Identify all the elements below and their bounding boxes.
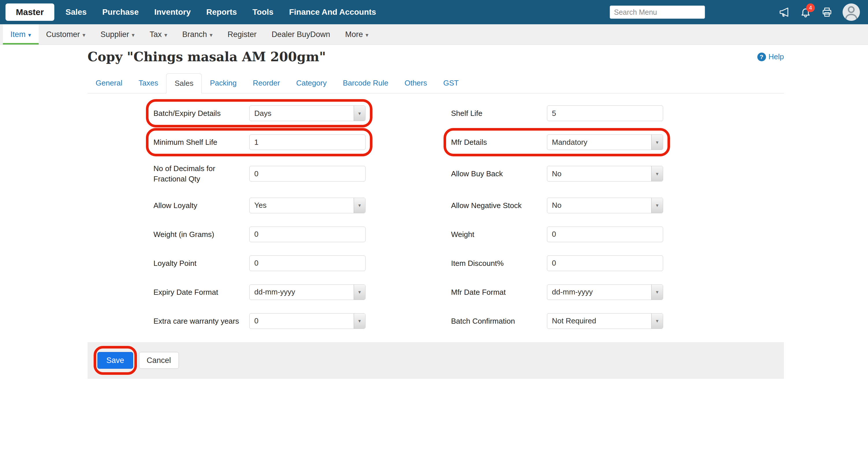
topnav-item-sales[interactable]: Sales bbox=[58, 0, 94, 24]
loyalty-point-input[interactable] bbox=[249, 255, 366, 271]
top-navigation-bar: Master SalesPurchaseInventoryReportsTool… bbox=[0, 0, 868, 24]
select-value: Mandatory bbox=[547, 135, 651, 150]
allow-buy-back-select[interactable]: No▼ bbox=[547, 166, 663, 182]
subnav-item-label: Supplier bbox=[100, 30, 129, 39]
tab-sales[interactable]: Sales bbox=[166, 73, 202, 93]
page-header: Copy "Chings masala AM 200gm" ? Help bbox=[88, 50, 784, 64]
field-weight: Weight bbox=[451, 226, 663, 242]
search-input[interactable] bbox=[610, 5, 705, 19]
save-button-highlight: Save bbox=[97, 352, 133, 369]
allow-loyalty-select[interactable]: Yes▼ bbox=[249, 198, 366, 213]
printer-icon[interactable] bbox=[821, 6, 833, 18]
field-label: Loyalty Point bbox=[153, 258, 249, 269]
subnav-item-branch[interactable]: Branch▾ bbox=[175, 24, 220, 44]
chevron-down-icon: ▾ bbox=[83, 31, 86, 38]
chevron-down-icon: ▾ bbox=[164, 31, 167, 38]
topnav-item-inventory[interactable]: Inventory bbox=[147, 0, 198, 24]
no-of-decimals-for-fractional-qty-input[interactable] bbox=[249, 166, 366, 182]
help-icon: ? bbox=[757, 53, 766, 61]
cancel-button[interactable]: Cancel bbox=[139, 352, 179, 369]
nav-master-tab[interactable]: Master bbox=[5, 3, 54, 21]
field-label: Allow Negative Stock bbox=[451, 200, 547, 211]
topnav-item-tools[interactable]: Tools bbox=[245, 0, 281, 24]
field-allow-loyalty: Allow LoyaltyYes▼ bbox=[153, 198, 366, 213]
minimum-shelf-life-input[interactable] bbox=[249, 134, 366, 150]
subnav-item-label: Tax bbox=[150, 30, 162, 39]
extra-care-warranty-years-select[interactable]: 0▼ bbox=[249, 313, 366, 329]
field-label: Shelf Life bbox=[451, 108, 547, 119]
tab-others[interactable]: Others bbox=[397, 73, 435, 93]
subnav-item-label: Item bbox=[10, 30, 26, 39]
tab-gst[interactable]: GST bbox=[435, 73, 467, 93]
select-value: No bbox=[547, 166, 651, 181]
select-value: Days bbox=[250, 106, 354, 121]
field-batch-confirmation: Batch ConfirmationNot Required▼ bbox=[451, 313, 663, 329]
announcement-icon[interactable] bbox=[778, 6, 790, 18]
field-label: Minimum Shelf Life bbox=[153, 137, 249, 147]
field-item-discount: Item Discount% bbox=[451, 255, 663, 271]
subnav-item-item[interactable]: Item▾ bbox=[3, 24, 39, 44]
topnav-item-purchase[interactable]: Purchase bbox=[94, 0, 147, 24]
weight-in-grams-input[interactable] bbox=[249, 226, 366, 242]
item-discount-input[interactable] bbox=[547, 255, 663, 271]
field-label: Extra care warranty years bbox=[153, 316, 249, 326]
chevron-down-icon: ▼ bbox=[354, 314, 365, 329]
chevron-down-icon: ▼ bbox=[354, 106, 365, 121]
chevron-down-icon: ▾ bbox=[210, 31, 212, 38]
field-shelf-life: Shelf Life bbox=[451, 105, 663, 121]
subnav-item-label: More bbox=[345, 30, 363, 39]
chevron-down-icon: ▼ bbox=[354, 285, 365, 300]
field-label: Batch/Expiry Details bbox=[153, 108, 249, 119]
form-row: No of Decimals for Fractional QtyAllow B… bbox=[88, 163, 784, 184]
chevron-down-icon: ▼ bbox=[651, 285, 663, 300]
tab-reorder[interactable]: Reorder bbox=[245, 73, 288, 93]
expiry-date-format-select[interactable]: dd-mm-yyyy▼ bbox=[249, 284, 366, 300]
allow-negative-stock-select[interactable]: No▼ bbox=[547, 198, 663, 213]
subnav-item-register[interactable]: Register bbox=[220, 24, 264, 44]
tab-packing[interactable]: Packing bbox=[202, 73, 245, 93]
field-expiry-date-format: Expiry Date Formatdd-mm-yyyy▼ bbox=[153, 284, 366, 300]
topnav-item-reports[interactable]: Reports bbox=[198, 0, 245, 24]
subnav-item-customer[interactable]: Customer▾ bbox=[39, 24, 93, 44]
form-row: Loyalty PointItem Discount% bbox=[88, 255, 784, 271]
field-minimum-shelf-life: Minimum Shelf Life bbox=[153, 134, 366, 150]
action-bar: Save Cancel bbox=[88, 342, 784, 379]
chevron-down-icon: ▼ bbox=[651, 135, 663, 150]
field-label: Item Discount% bbox=[451, 258, 547, 269]
help-link[interactable]: ? Help bbox=[757, 52, 784, 61]
mfr-date-format-select[interactable]: dd-mm-yyyy▼ bbox=[547, 284, 663, 300]
notification-badge: 4 bbox=[806, 3, 815, 12]
save-button[interactable]: Save bbox=[97, 352, 133, 369]
batch-expiry-details-select[interactable]: Days▼ bbox=[249, 105, 366, 121]
field-label: Batch Confirmation bbox=[451, 316, 547, 326]
tab-category[interactable]: Category bbox=[288, 73, 335, 93]
weight-input[interactable] bbox=[547, 226, 663, 242]
batch-confirmation-select[interactable]: Not Required▼ bbox=[547, 313, 663, 329]
tab-general[interactable]: General bbox=[88, 73, 131, 93]
field-weight-in-grams: Weight (in Grams) bbox=[153, 226, 366, 242]
field-label: Mfr Date Format bbox=[451, 287, 547, 298]
field-label: Weight (in Grams) bbox=[153, 229, 249, 240]
field-label: Expiry Date Format bbox=[153, 287, 249, 298]
mfr-details-select[interactable]: Mandatory▼ bbox=[547, 134, 663, 150]
chevron-down-icon: ▾ bbox=[366, 31, 368, 38]
user-avatar[interactable] bbox=[843, 3, 860, 21]
subnav-item-supplier[interactable]: Supplier▾ bbox=[93, 24, 142, 44]
form-row: Extra care warranty years0▼Batch Confirm… bbox=[88, 313, 784, 329]
select-value: dd-mm-yyyy bbox=[250, 285, 354, 300]
subnav-item-dealer-buydown[interactable]: Dealer BuyDown bbox=[264, 24, 338, 44]
tab-taxes[interactable]: Taxes bbox=[131, 73, 166, 93]
field-allow-buy-back: Allow Buy BackNo▼ bbox=[451, 166, 663, 182]
field-no-of-decimals-for-fractional-qty: No of Decimals for Fractional Qty bbox=[153, 163, 366, 184]
tab-barcode-rule[interactable]: Barcode Rule bbox=[335, 73, 397, 93]
subnav-item-label: Customer bbox=[46, 30, 80, 39]
subnav-item-tax[interactable]: Tax▾ bbox=[142, 24, 175, 44]
subnav-item-label: Dealer BuyDown bbox=[272, 30, 330, 39]
notifications-bell-icon[interactable]: 4 bbox=[800, 6, 811, 18]
field-extra-care-warranty-years: Extra care warranty years0▼ bbox=[153, 313, 366, 329]
subnav-item-more[interactable]: More▾ bbox=[338, 24, 376, 44]
shelf-life-input[interactable] bbox=[547, 105, 663, 121]
field-label: Mfr Details bbox=[451, 137, 547, 147]
topnav-item-finance-and-accounts[interactable]: Finance And Accounts bbox=[281, 0, 384, 24]
field-mfr-date-format: Mfr Date Formatdd-mm-yyyy▼ bbox=[451, 284, 663, 300]
